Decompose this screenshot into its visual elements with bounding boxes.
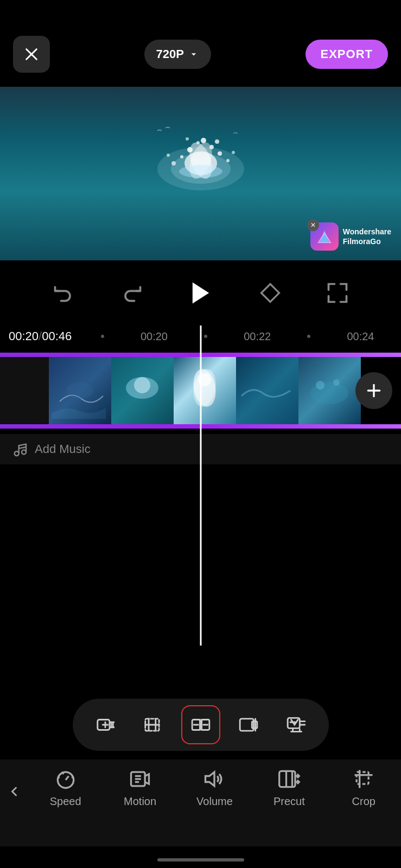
playhead (200, 326, 201, 646)
keyframe-button[interactable] (258, 281, 282, 305)
motion-label: Motion (124, 795, 156, 808)
volume-label: Volume (196, 795, 233, 808)
close-button[interactable] (13, 36, 50, 73)
svg-point-27 (134, 377, 150, 393)
music-icon (11, 441, 28, 458)
play-button[interactable] (187, 279, 215, 307)
top-bar: 720P EXPORT (0, 0, 401, 87)
svg-point-14 (186, 137, 189, 141)
video-frame-1 (49, 357, 111, 424)
watermark-text: WondershareFilmoraGo (343, 227, 391, 246)
watermark: ✕ WondershareFilmoraGo (310, 222, 391, 251)
quality-button[interactable]: 720P (144, 40, 211, 69)
nav-precut[interactable]: Precut (259, 767, 319, 808)
marker-20: 00:20 (141, 330, 168, 343)
svg-point-33 (333, 379, 340, 386)
dot-3 (307, 335, 310, 338)
video-frame-5 (298, 357, 361, 424)
svg-marker-23 (192, 283, 208, 304)
video-frame-2 (111, 357, 174, 424)
speed-label: Speed (50, 795, 81, 808)
svg-point-32 (316, 381, 324, 390)
bottom-nav: Speed Motion Volume (0, 760, 401, 846)
time-markers: 00:20 00:22 00:24 (72, 330, 392, 343)
nav-items: Speed Motion Volume (28, 767, 401, 808)
precut-label: Precut (273, 795, 305, 808)
svg-point-17 (167, 154, 170, 157)
svg-point-25 (66, 382, 93, 399)
add-clip-button[interactable] (355, 372, 392, 409)
edit-toolbar (0, 698, 401, 752)
fullscreen-button[interactable] (326, 281, 349, 305)
video-preview: ✕ WondershareFilmoraGo (0, 87, 401, 260)
video-content (141, 120, 260, 218)
precut-icon (277, 767, 301, 791)
playback-controls (0, 260, 401, 326)
nav-speed[interactable]: Speed (36, 767, 96, 808)
nav-volume[interactable]: Volume (184, 767, 244, 808)
svg-rect-70 (357, 772, 368, 784)
speed-icon (54, 767, 78, 791)
crop-icon (352, 767, 375, 791)
volume-icon (202, 767, 226, 791)
motion-icon (128, 767, 152, 791)
scroll-indicator (157, 858, 244, 861)
add-music-label: Add Music (35, 442, 91, 456)
watermark-close[interactable]: ✕ (307, 219, 319, 231)
frame-black (0, 357, 49, 424)
quality-label: 720P (156, 47, 184, 61)
dot-2 (204, 335, 207, 338)
svg-point-9 (218, 151, 222, 156)
toolbar-split-button[interactable] (181, 705, 220, 744)
svg-point-37 (22, 450, 26, 454)
svg-point-13 (226, 159, 230, 162)
undo-button[interactable] (52, 281, 76, 305)
toolbar-adjust-button[interactable] (229, 705, 268, 744)
dot-1 (101, 335, 104, 338)
export-label: EXPORT (321, 47, 373, 61)
svg-line-38 (19, 447, 26, 449)
back-button[interactable] (0, 767, 28, 816)
marker-24: 00:24 (347, 330, 374, 343)
svg-point-8 (180, 155, 183, 158)
svg-point-15 (215, 139, 219, 144)
redo-button[interactable] (119, 281, 143, 305)
svg-point-11 (201, 138, 206, 143)
export-button[interactable]: EXPORT (305, 40, 388, 69)
crop-label: Crop (352, 795, 375, 808)
svg-marker-66 (206, 772, 215, 786)
current-time: 00:20/00:46 (9, 329, 72, 343)
svg-point-20 (179, 165, 222, 178)
toolbar-container (73, 699, 329, 751)
toolbar-trim-button[interactable] (133, 705, 173, 744)
marker-22: 00:22 (244, 330, 271, 343)
video-frame-3 (174, 357, 236, 424)
video-frame-4 (236, 357, 298, 424)
toolbar-effects-button[interactable] (277, 705, 316, 744)
nav-motion[interactable]: Motion (110, 767, 170, 808)
nav-crop[interactable]: Crop (334, 767, 393, 808)
toolbar-add-button[interactable] (86, 705, 125, 744)
svg-point-12 (171, 161, 176, 165)
svg-point-16 (232, 151, 235, 154)
svg-rect-57 (252, 722, 257, 729)
